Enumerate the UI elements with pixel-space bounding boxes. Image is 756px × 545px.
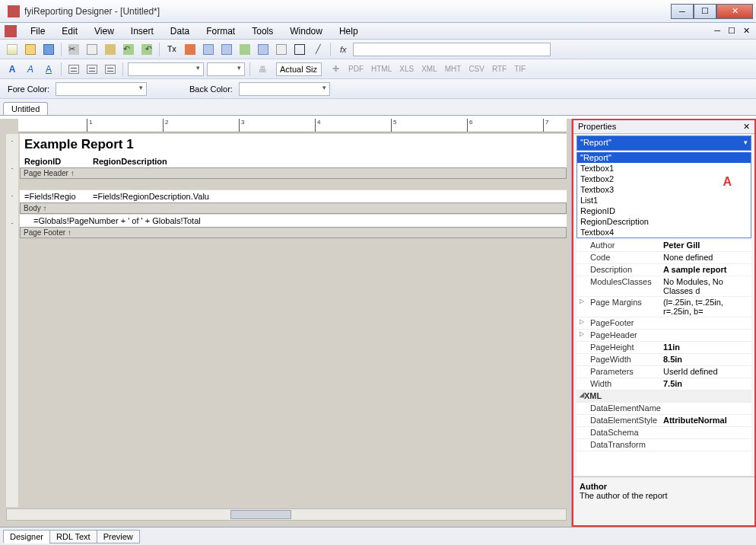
document-tab[interactable]: Untitled bbox=[3, 102, 48, 115]
close-button[interactable]: ✕ bbox=[716, 4, 753, 19]
property-row[interactable]: DataTransform bbox=[577, 439, 751, 451]
maximize-button[interactable]: ☐ bbox=[694, 4, 716, 19]
line-button[interactable]: ╱ bbox=[310, 42, 326, 57]
paste-button[interactable] bbox=[103, 42, 118, 57]
field-regiondesc[interactable]: =Fields!RegionDescription.Valu bbox=[88, 190, 567, 202]
bold-button[interactable]: A bbox=[5, 62, 20, 77]
footer-expression[interactable]: =Globals!PageNumber + ' of ' + Globals!T… bbox=[20, 215, 214, 227]
underline-button[interactable]: A bbox=[41, 62, 56, 77]
tab-rdl-text[interactable]: RDL Text bbox=[49, 530, 97, 543]
property-value[interactable]: A sample report bbox=[660, 264, 751, 276]
property-row[interactable]: ParametersUserId defined bbox=[577, 366, 751, 378]
textbox-button[interactable]: Tx bbox=[164, 42, 179, 57]
subreport-button[interactable] bbox=[274, 42, 289, 57]
scroll-thumb[interactable] bbox=[230, 510, 291, 519]
export-html[interactable]: HTML bbox=[369, 65, 394, 73]
property-value[interactable] bbox=[660, 403, 751, 414]
dropdown-opt-textbox4[interactable]: Textbox4 bbox=[577, 227, 751, 237]
menu-insert[interactable]: Insert bbox=[123, 24, 161, 38]
property-row[interactable]: DescriptionA sample report bbox=[577, 264, 751, 276]
save-button[interactable] bbox=[41, 42, 56, 57]
tab-preview[interactable]: Preview bbox=[97, 530, 140, 543]
open-button[interactable] bbox=[23, 42, 38, 57]
property-row[interactable]: ModulesClassesNo Modules, No Classes d bbox=[577, 276, 751, 297]
undo-button[interactable]: ↶ bbox=[121, 42, 136, 57]
mdi-restore-icon[interactable]: ☐ bbox=[728, 26, 735, 36]
print-button[interactable]: 🖶 bbox=[255, 62, 270, 77]
property-row[interactable]: XML bbox=[577, 390, 751, 403]
col-regiondesc[interactable]: RegionDescription bbox=[88, 155, 567, 167]
dropdown-opt-textbox1[interactable]: Textbox1 bbox=[577, 163, 751, 174]
matrix-button[interactable] bbox=[256, 42, 271, 57]
dropdown-opt-list1[interactable]: List1 bbox=[577, 195, 751, 206]
footer-row[interactable]: =Globals!PageNumber + ' of ' + Globals!T… bbox=[20, 214, 567, 227]
font-select[interactable] bbox=[128, 62, 204, 76]
page-footer-bar[interactable]: Page Footer ↑ bbox=[20, 227, 567, 238]
property-row[interactable]: PageFooter bbox=[577, 317, 751, 330]
export-xml[interactable]: XML bbox=[419, 65, 440, 73]
dropdown-opt-report[interactable]: "Report" bbox=[577, 152, 751, 163]
property-value[interactable]: (l=.25in, t=.25in, r=.25in, b= bbox=[660, 297, 751, 317]
new-button[interactable] bbox=[5, 42, 20, 57]
dropdown-opt-textbox3[interactable]: Textbox3 bbox=[577, 184, 751, 195]
property-row[interactable]: PageHeader bbox=[577, 330, 751, 342]
export-tif[interactable]: TIF bbox=[512, 65, 528, 73]
dropdown-opt-regionid[interactable]: RegionID bbox=[577, 206, 751, 216]
property-value[interactable] bbox=[660, 439, 751, 451]
cut-button[interactable]: ✂ bbox=[66, 42, 81, 57]
export-pdf[interactable]: PDF bbox=[346, 65, 366, 73]
minimize-button[interactable]: ─ bbox=[671, 4, 694, 19]
menu-window[interactable]: Window bbox=[282, 24, 330, 38]
property-row[interactable]: DataSchema bbox=[577, 427, 751, 439]
align-right-button[interactable] bbox=[103, 62, 118, 77]
body-bar[interactable]: Body ↑ bbox=[20, 202, 567, 214]
menu-help[interactable]: Help bbox=[332, 24, 366, 38]
properties-close-icon[interactable]: ✕ bbox=[743, 122, 750, 132]
align-left-button[interactable] bbox=[66, 62, 81, 77]
property-value[interactable]: UserId defined bbox=[660, 366, 751, 378]
property-value[interactable]: No Modules, No Classes d bbox=[660, 276, 751, 296]
menu-file[interactable]: File bbox=[23, 24, 52, 38]
forecolor-select[interactable] bbox=[56, 82, 147, 96]
property-row[interactable]: DataElementName bbox=[577, 403, 751, 415]
image-button[interactable] bbox=[237, 42, 253, 57]
property-row[interactable]: Width7.5in bbox=[577, 378, 751, 390]
canvas[interactable]: ---- Example Report 1 RegionID RegionDes… bbox=[6, 134, 567, 507]
export-mht[interactable]: MHT bbox=[443, 65, 464, 73]
property-row[interactable]: DataElementStyleAttributeNormal bbox=[577, 415, 751, 427]
property-row[interactable]: PageWidth8.5in bbox=[577, 354, 751, 366]
property-value[interactable] bbox=[660, 330, 751, 341]
horizontal-scrollbar[interactable] bbox=[6, 508, 567, 521]
zoom-select[interactable] bbox=[276, 62, 322, 76]
property-value[interactable] bbox=[660, 427, 751, 438]
mdi-close-icon[interactable]: ✕ bbox=[743, 26, 750, 36]
menu-view[interactable]: View bbox=[87, 24, 122, 38]
menu-format[interactable]: Format bbox=[199, 24, 243, 38]
dropdown-opt-regiondesc[interactable]: RegionDescription bbox=[577, 216, 751, 227]
property-value[interactable]: None defined bbox=[660, 252, 751, 263]
field-regionid[interactable]: =Fields!Regio bbox=[20, 190, 88, 202]
menu-tools[interactable]: Tools bbox=[244, 24, 281, 38]
property-value[interactable]: AttributeNormal bbox=[660, 415, 751, 426]
rectangle-button[interactable] bbox=[292, 42, 307, 57]
list-button[interactable] bbox=[219, 42, 234, 57]
export-xls[interactable]: XLS bbox=[397, 65, 416, 73]
fontsize-select[interactable] bbox=[207, 62, 245, 76]
property-value[interactable]: 11in bbox=[660, 342, 751, 353]
tab-designer[interactable]: Designer bbox=[3, 530, 50, 543]
property-row[interactable]: PageHeight11in bbox=[577, 342, 751, 354]
mdi-minimize-icon[interactable]: ─ bbox=[714, 26, 720, 36]
col-regionid[interactable]: RegionID bbox=[20, 155, 88, 167]
property-value[interactable]: Peter Gill bbox=[660, 240, 751, 251]
menu-edit[interactable]: Edit bbox=[54, 24, 85, 38]
property-value[interactable]: 8.5in bbox=[660, 354, 751, 365]
property-row[interactable]: CodeNone defined bbox=[577, 252, 751, 264]
italic-button[interactable]: A bbox=[23, 62, 38, 77]
property-value[interactable] bbox=[660, 317, 751, 329]
zoom-collapse-icon[interactable]: ✚ bbox=[328, 62, 343, 77]
align-center-button[interactable] bbox=[84, 62, 100, 77]
properties-object-dropdown[interactable]: "Report" Textbox1 Textbox2 Textbox3 List… bbox=[577, 152, 751, 238]
property-value[interactable] bbox=[660, 390, 751, 402]
export-rtf[interactable]: RTF bbox=[490, 65, 509, 73]
export-csv[interactable]: CSV bbox=[466, 65, 487, 73]
